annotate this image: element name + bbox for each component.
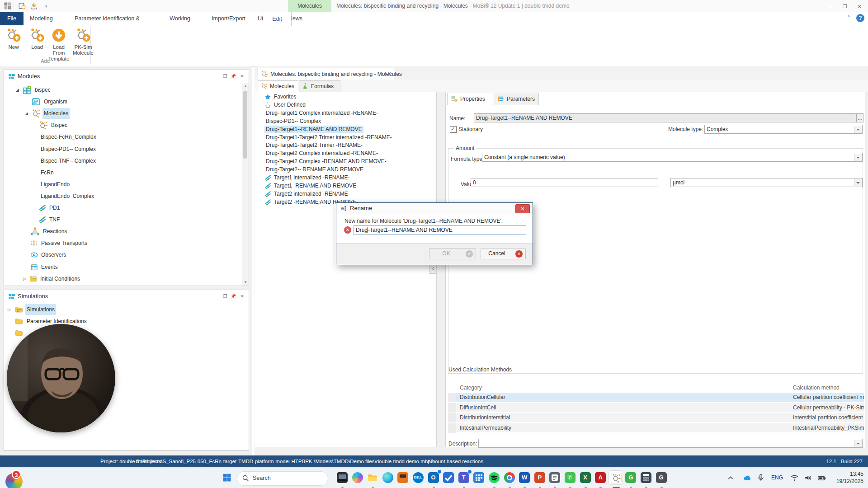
tree-item-bispec[interactable]: ◢bispec <box>4 84 242 95</box>
modules-tree-scrollbar[interactable]: ▲ ▼ <box>242 83 249 286</box>
list-item-drug-target1-target2-trimer-rename-[interactable]: Drug-Target1-Target2 Trimer -RENAME- <box>264 141 436 149</box>
tree-item-events[interactable]: Events <box>4 262 242 272</box>
list-item-drug-target2-complex-rename-and-remove-[interactable]: Drug-Target2 Complex -RENAME AND REMOVE- <box>264 158 436 165</box>
description-combo[interactable] <box>478 439 863 448</box>
onedrive-icon[interactable] <box>742 474 751 483</box>
help-icon[interactable]: ? <box>856 14 864 22</box>
tree-item-bispec[interactable]: Bispec <box>4 120 242 131</box>
table-row[interactable]: IntestinalPermeabilityIntestinalPermeabi… <box>448 423 864 433</box>
list-item-drug-target1-target2-trimer-internalized-rename-[interactable]: Drug-Target1-Target2 Trimer internalized… <box>264 134 436 141</box>
list-item-bispec-pd1-complex[interactable]: Bispec-PD1-- Complex <box>264 117 436 125</box>
taskbar-app-gimp[interactable]: G <box>654 470 669 485</box>
stationary-checkbox[interactable] <box>450 126 457 133</box>
collapse-ribbon-icon[interactable]: ^ <box>848 14 850 20</box>
quick-access-customize-icon[interactable]: ▾ <box>45 4 47 9</box>
float-panel-icon[interactable]: ❐ <box>222 293 229 300</box>
chevron-down-icon[interactable] <box>854 179 862 186</box>
ribbon-tab-file[interactable]: File <box>0 12 24 25</box>
tree-item-organism[interactable]: Organism <box>4 96 242 107</box>
rename-input[interactable]: Drug-Target1--RENAME AND REMOVE <box>354 225 526 235</box>
cancel-button[interactable]: Cancel ✕ <box>481 248 526 259</box>
taskbar-app-acrobat[interactable]: A <box>593 470 608 485</box>
taskbar-app-chrome[interactable] <box>502 470 517 485</box>
tray-chevron-up-icon[interactable] <box>727 474 736 483</box>
taskbar-app-spotify[interactable] <box>487 470 501 485</box>
taskbar-app-powerpoint[interactable]: P <box>533 470 547 485</box>
tree-item-bispec-tnf-complex[interactable]: Bispec-TNF-- Complex <box>4 155 242 166</box>
subtab-formulas[interactable]: Formulas <box>299 80 340 92</box>
taskbar-app-word[interactable]: W <box>517 470 532 485</box>
ribbon-button-load-from-template[interactable]: Load From Template <box>47 28 71 62</box>
taskbar-app-excel[interactable]: X <box>578 470 593 485</box>
list-item-target1-rename-and-remove-[interactable]: Target1 -RENAME AND REMOVE- <box>264 182 436 190</box>
float-panel-icon[interactable]: ❐ <box>222 73 229 80</box>
microphone-icon[interactable] <box>757 474 766 483</box>
tree-item-tnf[interactable]: TNF <box>4 214 242 225</box>
tree-item-ligandendo-complex[interactable]: LigandEndo_Complex <box>4 191 242 202</box>
list-item-target1-internalized-rename-[interactable]: Target1 internalized -RENAME- <box>264 174 436 182</box>
ribbon-button-new[interactable]: New <box>2 28 25 50</box>
dialog-title-bar[interactable]: Rename ✕ <box>336 203 533 214</box>
taskbar-app-dell[interactable]: DELL <box>411 470 425 485</box>
start-button[interactable] <box>220 470 234 485</box>
ribbon-tab-modeling[interactable]: Modeling <box>24 12 56 25</box>
taskbar-app-whatsapp[interactable]: ✆ <box>563 470 577 485</box>
minimize-button[interactable]: – <box>825 3 836 10</box>
taskbar-app-copilot[interactable] <box>350 470 365 485</box>
tree-item-bispec-pd1-complex[interactable]: Bispec-PD1-- Complex <box>4 144 242 155</box>
close-button[interactable]: ✕ <box>854 3 865 10</box>
collapse-arrow-icon[interactable]: ◢ <box>25 108 29 119</box>
ribbon-tab-import-export[interactable]: Import/Export <box>206 12 248 25</box>
tree-item-pd1[interactable]: PD1 <box>4 202 242 213</box>
tree-item-fcrn[interactable]: FcRn <box>4 167 242 178</box>
ok-button[interactable]: OK ✔ <box>429 248 476 259</box>
taskbar-app-edge[interactable] <box>381 470 395 485</box>
battery-icon[interactable] <box>817 474 826 483</box>
tree-item-initial-conditions[interactable]: ▷Initial Conditions <box>4 273 242 284</box>
tree-item-ligandendo[interactable]: LigandEndo <box>4 179 242 190</box>
chevron-down-icon[interactable] <box>854 154 862 161</box>
name-more-button[interactable]: ... <box>856 113 863 122</box>
quick-access-model-icon[interactable] <box>18 2 26 10</box>
taskbar-app-store[interactable] <box>396 470 410 485</box>
close-panel-icon[interactable]: ✕ <box>239 293 246 300</box>
chevron-down-icon[interactable] <box>854 126 862 133</box>
name-field[interactable]: Drug-Target1--RENAME AND REMOVE <box>474 113 856 122</box>
table-row[interactable]: DiffusionIntCellCellular permeability - … <box>448 403 864 413</box>
subtab-molecules[interactable]: Molecules <box>258 80 298 92</box>
unit-combo[interactable]: µmol <box>670 178 863 187</box>
language-indicator[interactable]: ENG <box>771 474 783 481</box>
list-item-favorites[interactable]: Favorites <box>264 93 436 101</box>
table-row[interactable]: DistributionInterstitialInterstitial par… <box>448 413 864 422</box>
taskbar-app-snipping-tool[interactable] <box>547 470 562 485</box>
table-row[interactable]: DistributionCellularCellular partition c… <box>448 393 864 402</box>
wifi-icon[interactable] <box>790 474 799 483</box>
sim-item-parameter-identifications[interactable]: Parameter Identifications <box>4 316 249 327</box>
taskbar-app-greenshot[interactable]: G <box>623 470 638 485</box>
ribbon-tab-working-journal[interactable]: Working Journal <box>158 12 202 25</box>
document-tab[interactable]: Molecules: bispecific binding and recycl… <box>258 68 394 80</box>
ucm-header-method[interactable]: Calculation method <box>789 383 864 393</box>
taskbar-app-teams[interactable]: T <box>457 470 471 485</box>
taskbar-app-mobi[interactable] <box>609 470 623 485</box>
scroll-left-arrow[interactable]: < <box>429 264 436 274</box>
close-panel-icon[interactable]: ✕ <box>239 73 246 80</box>
taskbar-app-calculator[interactable] <box>639 470 653 485</box>
taskbar-app-phone-link[interactable] <box>472 470 486 485</box>
search-bar[interactable]: Search <box>237 471 328 486</box>
pin-panel-icon[interactable]: 📌 <box>230 293 237 300</box>
tree-item-molecules[interactable]: ◢Molecules <box>4 108 242 119</box>
tree-item-passive-transports[interactable]: Passive Transports <box>4 238 242 249</box>
ribbon-tab-edit-molecule[interactable]: Edit Molecule <box>263 12 292 26</box>
taskbar-app-outlook[interactable]: O <box>426 470 441 485</box>
value-input[interactable]: 0 <box>471 178 658 187</box>
list-item-drug-target2-rename-and-remove[interactable]: Drug-Target2-- RENAME AND REMOVE <box>264 166 436 174</box>
close-tab-icon[interactable]: ✕ <box>387 71 392 77</box>
tree-item-reactions[interactable]: Reactions <box>4 226 242 237</box>
list-item-user-defined[interactable]: User Defined <box>264 101 436 109</box>
chevron-down-icon[interactable] <box>854 440 862 447</box>
collapse-arrow-icon[interactable]: ◢ <box>16 84 20 95</box>
sim-item-simulations[interactable]: ▷Simulations <box>4 304 249 315</box>
quick-access-save-icon[interactable] <box>30 2 38 10</box>
list-item-drug-target1-complex-internalized-rename-[interactable]: Drug-Target1 Complex internalized -RENAM… <box>264 109 436 117</box>
